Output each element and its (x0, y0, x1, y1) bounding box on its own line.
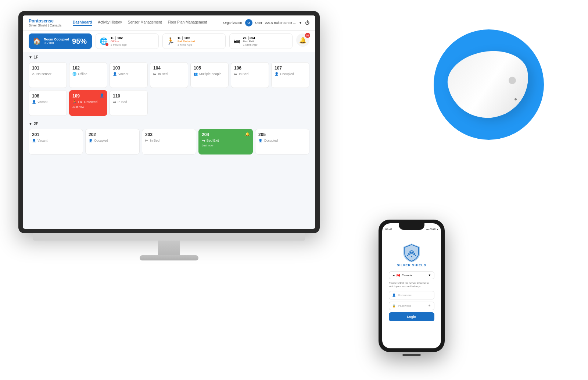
nav-right: Organization U User 221B Baker Street ..… (223, 19, 309, 26)
room-102[interactable]: 102 🌐Offline (69, 62, 107, 88)
login-hint: Please select the server location to whi… (389, 281, 434, 288)
blue-circle-bg (434, 29, 544, 140)
room-104[interactable]: 104 🛏In Bed (150, 62, 188, 88)
dashboard-app: Pontosense Silver Shield | Canada Dashbo… (23, 15, 315, 229)
username-placeholder: Username (398, 294, 412, 297)
room-201[interactable]: 201 👤Vacant (29, 129, 83, 155)
fall-detect-icon: 🏃 (72, 100, 76, 104)
globe-icon: 🌐 (100, 37, 108, 45)
shield-brand: SILVER SHIELD (397, 263, 426, 267)
room-110[interactable]: 110 🛏In Bed (110, 90, 148, 116)
inbed-203-icon: 🛏 (145, 139, 148, 142)
notification-badge: 99 (305, 33, 310, 38)
card204-floor-room: 2F | 204 (243, 36, 258, 40)
user-label: User (255, 21, 262, 25)
status-card-109[interactable]: 🏃 1F | 109 Fall Detected 3 Mins Ago (162, 33, 226, 49)
floor-2-grid: 201 👤Vacant 202 👤Occupied 203 🛏In Bed (29, 129, 309, 155)
server-dropdown[interactable]: ☁ 🇨🇦 Canada ▼ (389, 271, 434, 279)
multi-icon: 👥 (194, 72, 198, 76)
room-occupied-pct: 95% (72, 38, 87, 45)
nav-dashboard[interactable]: Dashboard (73, 20, 92, 26)
vacant-108-icon: 👤 (32, 100, 36, 104)
nav-sensor[interactable]: Sensor Management (128, 20, 162, 26)
status-card-102[interactable]: 🌐 1F | 102 Offline 3 Hours ago (96, 33, 159, 49)
user-avatar: U (245, 19, 252, 26)
login-button[interactable]: Login (389, 312, 434, 321)
app-logo: Pontosense Silver Shield | Canada (29, 18, 65, 27)
imac-display: Pontosense Silver Shield | Canada Dashbo… (18, 11, 320, 260)
globe-icon-container: 🌐 (100, 37, 108, 45)
occupied-icon: 👤 (275, 72, 279, 76)
phone-screen: 09:41 ▪▪▪ WiFi ▪ (382, 223, 441, 348)
status-card-204[interactable]: 🛏 2F | 204 Bed Exit 1 Mins Ago (229, 33, 293, 49)
dropdown-chevron: ▼ (428, 274, 431, 277)
lock-icon: 🔒 (392, 304, 396, 308)
card102-text: 1F | 102 Offline 3 Hours ago (111, 36, 127, 46)
card204-text: 2F | 204 Bed Exit 1 Mins Ago (243, 36, 258, 46)
room-101[interactable]: 101 ✕No sensor (29, 62, 67, 88)
password-placeholder: Password (398, 304, 411, 308)
room-occupied-text: Room Occupied 95/100 (44, 38, 69, 45)
floor-1-row2: 108 👤Vacant 109 👤 🏃 Fall Det (29, 90, 309, 116)
no-sensor-icon: ✕ (32, 72, 35, 76)
floor-1-section: ▼ 1F 101 ✕No sensor 102 🌐Offline (23, 52, 315, 119)
room-occupied-card[interactable]: 🏠 Room Occupied 95/100 95% (29, 33, 92, 49)
card102-floor-room: 1F | 102 (111, 36, 127, 40)
dropdown-icon[interactable]: ▼ (299, 21, 302, 25)
imac-stand-neck (158, 241, 180, 255)
room-107[interactable]: 107 👤Occupied (271, 62, 309, 88)
card109-time: 3 Mins Ago (178, 43, 195, 46)
bell-icon: 🔔 (299, 37, 306, 44)
room-109-time: Just now (72, 105, 104, 109)
room-109[interactable]: 109 👤 🏃 Fall Detected Just now (69, 90, 107, 116)
imac-chin (33, 233, 305, 241)
floor-2-section: ▼ 2F 201 👤Vacant 202 👤Occupied (23, 119, 315, 157)
room-203[interactable]: 203 🛏In Bed (142, 129, 196, 155)
home-indicator (402, 354, 421, 356)
room-105[interactable]: 105 👥Multiple people (190, 62, 229, 88)
floor-1-label: ▼ 1F (29, 55, 309, 59)
bell-204-icon: 🔔 (245, 132, 250, 139)
logout-icon[interactable]: ⏻ (305, 20, 309, 25)
cloud-icon: ☁ (392, 274, 395, 277)
room-106[interactable]: 106 🛏In Bed (231, 62, 269, 88)
dashboard-screen: Pontosense Silver Shield | Canada Dashbo… (23, 15, 315, 229)
address-label: 221B Baker Street ... (265, 21, 296, 25)
login-form: ☁ 🇨🇦 Canada ▼ Please select the server l… (386, 271, 437, 321)
occupied-202-icon: 👤 (89, 139, 93, 142)
nav-bar: Pontosense Silver Shield | Canada Dashbo… (23, 15, 315, 31)
room-205[interactable]: 205 👤Occupied (255, 129, 309, 155)
notification-button[interactable]: 🔔 99 (296, 33, 309, 47)
nav-floorplan[interactable]: Floor Plan Management (168, 20, 207, 26)
phone-container: 09:41 ▪▪▪ WiFi ▪ (379, 220, 445, 358)
floor-1-grid: 101 ✕No sensor 102 🌐Offline 103 👤Vacant (29, 62, 309, 88)
inbed-icon: 🛏 (153, 72, 157, 76)
phone-signal: ▪▪▪ WiFi ▪ (426, 228, 438, 231)
bed-exit-icon: 🛏 (233, 38, 240, 45)
username-field[interactable]: 👤 Username (389, 291, 434, 299)
nav-activity[interactable]: Activity History (98, 20, 122, 26)
room-108[interactable]: 108 👤Vacant (29, 90, 67, 116)
card102-time: 3 Hours ago (111, 43, 127, 46)
vacant-icon: 👤 (113, 72, 117, 76)
offline-icon: 🌐 (72, 72, 76, 76)
phone-notch (399, 223, 424, 230)
silver-shield-logo: SILVER SHIELD (386, 235, 437, 271)
eye-icon[interactable]: 👁 (428, 304, 431, 308)
floor-2-arrow: ▼ (29, 122, 32, 126)
org-label: Organization (223, 21, 242, 25)
occupied-205-icon: 👤 (258, 139, 262, 142)
card109-floor-room: 1F | 109 (178, 36, 195, 40)
room-103[interactable]: 103 👤Vacant (110, 62, 148, 88)
password-field[interactable]: 🔒 Password 👁 (389, 302, 434, 310)
sensor-device (443, 45, 534, 124)
phone-outer: 09:41 ▪▪▪ WiFi ▪ (379, 220, 445, 352)
inbed-110-icon: 🛏 (113, 100, 116, 104)
phone-time: 09:41 (385, 228, 392, 231)
card204-time: 1 Mins Ago (243, 43, 258, 46)
room-204[interactable]: 204 🔔 🛏 Bed Exit Just now (198, 129, 253, 155)
card102-status: Offline (111, 40, 127, 43)
fall-icon: 🏃 (166, 37, 175, 45)
room-202[interactable]: 202 👤Occupied (85, 129, 140, 155)
floor-2-label: ▼ 2F (29, 122, 309, 126)
